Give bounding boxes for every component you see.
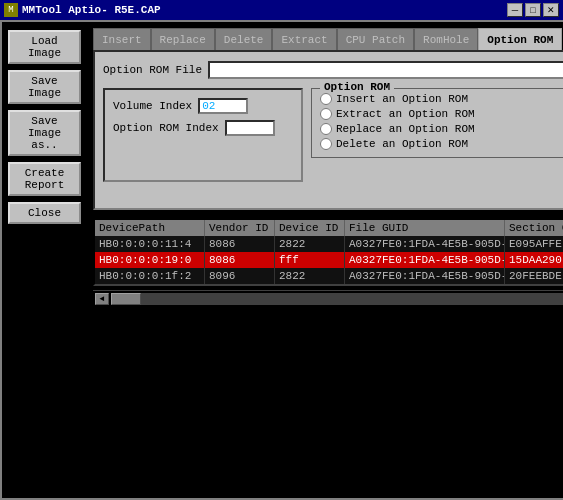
- app-icon: M: [4, 3, 18, 17]
- cell-vendor-id: 8086: [205, 252, 275, 268]
- radio-replace-label: Replace an Option ROM: [336, 123, 475, 135]
- col-device-id: Device ID: [275, 220, 345, 236]
- col-file-guid: File GUID: [345, 220, 505, 236]
- scroll-track[interactable]: [111, 293, 563, 305]
- cell-device-path: HB0:0:0:0:19:0: [95, 252, 205, 268]
- title-bar-left: M MMTool Aptio- R5E.CAP: [4, 3, 161, 17]
- cell-device-id: 2822: [275, 236, 345, 252]
- table-row[interactable]: HB0:0:0:0:11:4 8086 2822 A0327FE0:1FDA-4…: [95, 236, 563, 252]
- maximize-button[interactable]: □: [525, 3, 541, 17]
- file-row: Option ROM File Browse: [103, 60, 563, 80]
- table-header: DevicePath Vendor ID Device ID File GUID…: [95, 220, 563, 236]
- col-device-path: DevicePath: [95, 220, 205, 236]
- scroll-left-button[interactable]: ◄: [95, 293, 109, 305]
- radio-delete-row: Delete an Option ROM: [320, 138, 563, 150]
- load-image-button[interactable]: Load Image: [8, 30, 81, 64]
- form-box: Volume Index Option ROM Index: [103, 88, 303, 182]
- main-window: Load Image Save Image Save Image as.. Cr…: [0, 20, 563, 500]
- radio-insert-label: Insert an Option ROM: [336, 93, 468, 105]
- cell-device-id: fff: [275, 252, 345, 268]
- radio-delete-label: Delete an Option ROM: [336, 138, 468, 150]
- tab-option-rom[interactable]: Option ROM: [478, 28, 562, 50]
- tab-cpu-patch[interactable]: CPU Patch: [337, 28, 414, 50]
- tab-replace[interactable]: Replace: [151, 28, 215, 50]
- radio-insert-row: Insert an Option ROM: [320, 93, 563, 105]
- radio-replace[interactable]: [320, 123, 332, 135]
- tab-insert[interactable]: Insert: [93, 28, 151, 50]
- volume-index-row: Volume Index: [113, 98, 293, 114]
- volume-index-label: Volume Index: [113, 100, 192, 112]
- cell-file-guid: A0327FE0:1FDA-4E5B-905D-B510C45A61D0: [345, 252, 505, 268]
- radio-extract-label: Extract an Option ROM: [336, 108, 475, 120]
- option-rom-index-input[interactable]: [225, 120, 275, 136]
- minimize-button[interactable]: ─: [507, 3, 523, 17]
- tab-extract[interactable]: Extract: [272, 28, 336, 50]
- table-row[interactable]: HB0:0:0:0:1f:2 8096 2822 A0327FE0:1FDA-4…: [95, 268, 563, 284]
- close-button[interactable]: Close: [8, 202, 81, 224]
- save-image-as-button[interactable]: Save Image as..: [8, 110, 81, 156]
- volume-index-input[interactable]: [198, 98, 248, 114]
- radio-replace-row: Replace an Option ROM: [320, 123, 563, 135]
- cell-vendor-id: 8086: [205, 236, 275, 252]
- tab-delete[interactable]: Delete: [215, 28, 273, 50]
- apply-row: Apply: [311, 162, 563, 182]
- cell-section-guid: 15DAA290-F7D3-4C: [505, 252, 563, 268]
- middle-row: Volume Index Option ROM Index Option ROM: [103, 88, 563, 182]
- option-rom-group: Option ROM Insert an Option ROM Extract …: [311, 88, 563, 158]
- device-table: DevicePath Vendor ID Device ID File GUID…: [93, 218, 563, 286]
- scroll-thumb[interactable]: [111, 293, 141, 305]
- cell-device-path: HB0:0:0:0:11:4: [95, 236, 205, 252]
- create-report-button[interactable]: Create Report: [8, 162, 81, 196]
- window-title: MMTool Aptio- R5E.CAP: [22, 4, 161, 16]
- radio-delete[interactable]: [320, 138, 332, 150]
- option-rom-index-row: Option ROM Index: [113, 120, 293, 136]
- window-controls: ─ □ ✕: [507, 3, 559, 17]
- option-rom-panel: Option ROM File Browse Volume Index Opti…: [93, 50, 563, 210]
- options-legend: Option ROM: [320, 81, 394, 93]
- file-input[interactable]: [208, 61, 563, 79]
- close-button[interactable]: ✕: [543, 3, 559, 17]
- tab-bar: Insert Replace Delete Extract CPU Patch …: [93, 28, 563, 50]
- save-image-button[interactable]: Save Image: [8, 70, 81, 104]
- file-label: Option ROM File: [103, 64, 202, 76]
- sidebar: Load Image Save Image Save Image as.. Cr…: [2, 22, 87, 498]
- table-row[interactable]: HB0:0:0:0:19:0 8086 fff A0327FE0:1FDA-4E…: [95, 252, 563, 268]
- cell-section-guid: E095AFFE-D4CD-42: [505, 236, 563, 252]
- title-bar: M MMTool Aptio- R5E.CAP ─ □ ✕: [0, 0, 563, 20]
- radio-insert[interactable]: [320, 93, 332, 105]
- cell-file-guid: A0327FE0:1FDA-4E5B-905D-B510C45A61D0: [345, 236, 505, 252]
- cell-file-guid: A0327FE0:1FDA-4E5B-905D-B510C45A61D0: [345, 268, 505, 284]
- cell-vendor-id: 8096: [205, 268, 275, 284]
- cell-device-path: HB0:0:0:0:1f:2: [95, 268, 205, 284]
- cell-section-guid: 20FEEBDE-E739-42: [505, 268, 563, 284]
- cell-device-id: 2822: [275, 268, 345, 284]
- tab-romhole[interactable]: RomHole: [414, 28, 478, 50]
- col-vendor-id: Vendor ID: [205, 220, 275, 236]
- radio-extract-row: Extract an Option ROM: [320, 108, 563, 120]
- option-rom-index-label: Option ROM Index: [113, 122, 219, 134]
- options-area: Option ROM Insert an Option ROM Extract …: [311, 88, 563, 182]
- horizontal-scrollbar: ◄ ►: [93, 290, 563, 306]
- col-section-guid: Section GUID: [505, 220, 563, 236]
- content-area: Insert Replace Delete Extract CPU Patch …: [87, 22, 563, 498]
- radio-extract[interactable]: [320, 108, 332, 120]
